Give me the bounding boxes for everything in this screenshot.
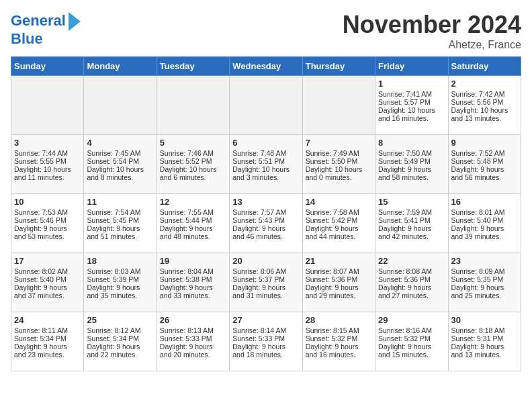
day-content: Sunset: 5:34 PM [87, 334, 153, 342]
day-number: 9 [451, 138, 518, 148]
day-number: 1 [378, 79, 445, 89]
calendar-cell: 20Sunrise: 8:06 AMSunset: 5:37 PMDayligh… [230, 253, 302, 312]
calendar-cell: 2Sunrise: 7:42 AMSunset: 5:56 PMDaylight… [448, 76, 521, 135]
day-number: 2 [451, 79, 518, 89]
day-number: 4 [87, 138, 153, 148]
day-content: Daylight: 9 hours [451, 165, 518, 173]
day-content: and 29 minutes. [306, 291, 372, 300]
day-content: Sunset: 5:34 PM [14, 334, 81, 342]
day-content: and 6 minutes. [160, 173, 226, 181]
day-content: Sunrise: 7:54 AM [87, 208, 153, 216]
calendar-cell: 21Sunrise: 8:07 AMSunset: 5:36 PMDayligh… [302, 253, 375, 312]
day-content: Sunrise: 7:49 AM [306, 149, 372, 157]
day-content: Sunset: 5:36 PM [306, 275, 372, 283]
day-content: Sunrise: 7:55 AM [160, 208, 226, 216]
day-content: and 51 minutes. [87, 232, 153, 240]
day-content: Sunset: 5:55 PM [14, 157, 81, 165]
calendar-cell: 18Sunrise: 8:03 AMSunset: 5:39 PMDayligh… [84, 253, 157, 312]
day-content: Sunset: 5:40 PM [451, 216, 518, 224]
day-content: Sunset: 5:42 PM [306, 216, 372, 224]
day-content: Daylight: 9 hours [232, 283, 299, 291]
day-content: Daylight: 9 hours [14, 224, 81, 232]
calendar-cell: 10Sunrise: 7:53 AMSunset: 5:46 PMDayligh… [11, 194, 84, 253]
day-content: Sunrise: 7:48 AM [232, 149, 299, 157]
header-sunday: Sunday [11, 57, 84, 76]
day-content: Daylight: 10 hours [306, 165, 372, 173]
calendar-cell [230, 76, 302, 135]
day-content: and 44 minutes. [306, 232, 372, 240]
calendar-cell: 8Sunrise: 7:50 AMSunset: 5:49 PMDaylight… [375, 135, 448, 194]
day-content: and 0 minutes. [306, 173, 372, 181]
day-content: Sunset: 5:46 PM [14, 216, 81, 224]
day-number: 27 [232, 315, 299, 325]
day-content: Daylight: 9 hours [451, 283, 518, 291]
calendar-cell: 13Sunrise: 7:57 AMSunset: 5:43 PMDayligh… [230, 194, 302, 253]
day-content: Daylight: 10 hours [378, 106, 445, 114]
day-content: and 46 minutes. [232, 232, 299, 240]
day-content: Sunset: 5:32 PM [378, 334, 445, 342]
day-content: and 15 minutes. [378, 351, 445, 359]
calendar-cell: 5Sunrise: 7:46 AMSunset: 5:52 PMDaylight… [157, 135, 229, 194]
calendar-cell: 11Sunrise: 7:54 AMSunset: 5:45 PMDayligh… [84, 194, 157, 253]
day-content: Daylight: 10 hours [451, 106, 518, 114]
day-number: 12 [160, 197, 226, 207]
page-header: General Blue November 2024 Ahetze, Franc… [11, 11, 521, 51]
day-content: Sunrise: 8:15 AM [306, 326, 372, 334]
day-content: Sunrise: 7:42 AM [451, 90, 518, 98]
day-content: and 56 minutes. [451, 173, 518, 181]
day-content: Daylight: 9 hours [232, 342, 299, 351]
calendar-cell [157, 76, 229, 135]
day-content: Sunrise: 7:41 AM [378, 90, 445, 98]
day-content: Sunrise: 7:44 AM [14, 149, 81, 157]
logo-text-line1: General [11, 13, 66, 29]
day-content: and 25 minutes. [451, 291, 518, 300]
day-content: and 13 minutes. [451, 114, 518, 122]
day-content: and 33 minutes. [160, 291, 226, 300]
day-content: Sunrise: 8:04 AM [160, 267, 226, 275]
week-row: 1Sunrise: 7:41 AMSunset: 5:57 PMDaylight… [11, 76, 521, 135]
day-number: 18 [87, 256, 153, 266]
day-content: Daylight: 9 hours [451, 224, 518, 232]
calendar-cell: 30Sunrise: 8:18 AMSunset: 5:31 PMDayligh… [448, 312, 521, 371]
day-content: Sunrise: 7:53 AM [14, 208, 81, 216]
week-row: 10Sunrise: 7:53 AMSunset: 5:46 PMDayligh… [11, 194, 521, 253]
day-content: Sunrise: 7:46 AM [160, 149, 226, 157]
day-content: Sunset: 5:51 PM [232, 157, 299, 165]
day-content: Sunrise: 8:06 AM [232, 267, 299, 275]
day-content: Sunrise: 8:12 AM [87, 326, 153, 334]
day-content: and 22 minutes. [87, 351, 153, 359]
calendar-cell [302, 76, 375, 135]
location: Ahetze, France [343, 39, 521, 51]
day-number: 14 [306, 197, 372, 207]
calendar-cell: 6Sunrise: 7:48 AMSunset: 5:51 PMDaylight… [230, 135, 302, 194]
day-content: Daylight: 9 hours [14, 342, 81, 351]
calendar-cell [11, 76, 84, 135]
day-number: 16 [451, 197, 518, 207]
day-number: 21 [306, 256, 372, 266]
day-content: Sunrise: 7:52 AM [451, 149, 518, 157]
day-number: 24 [14, 315, 81, 325]
day-content: and 42 minutes. [378, 232, 445, 240]
day-content: Sunset: 5:49 PM [378, 157, 445, 165]
day-content: Daylight: 9 hours [451, 342, 518, 351]
day-content: Daylight: 9 hours [87, 342, 153, 351]
day-content: and 58 minutes. [378, 173, 445, 181]
day-content: Sunset: 5:36 PM [378, 275, 445, 283]
title-block: November 2024 Ahetze, France [343, 11, 521, 51]
logo-text-line2: Blue [11, 31, 43, 47]
day-content: and 20 minutes. [160, 351, 226, 359]
month-title: November 2024 [343, 11, 521, 39]
day-content: Daylight: 9 hours [87, 224, 153, 232]
day-content: Daylight: 9 hours [306, 342, 372, 351]
day-content: Sunrise: 8:02 AM [14, 267, 81, 275]
day-content: Sunrise: 8:08 AM [378, 267, 445, 275]
calendar-cell: 28Sunrise: 8:15 AMSunset: 5:32 PMDayligh… [302, 312, 375, 371]
day-number: 26 [160, 315, 226, 325]
logo: General Blue [11, 11, 81, 47]
day-number: 3 [14, 138, 81, 148]
day-content: Sunset: 5:57 PM [378, 98, 445, 106]
day-content: Sunset: 5:32 PM [306, 334, 372, 342]
header-tuesday: Tuesday [157, 57, 229, 76]
calendar-cell: 7Sunrise: 7:49 AMSunset: 5:50 PMDaylight… [302, 135, 375, 194]
day-content: Daylight: 10 hours [232, 165, 299, 173]
